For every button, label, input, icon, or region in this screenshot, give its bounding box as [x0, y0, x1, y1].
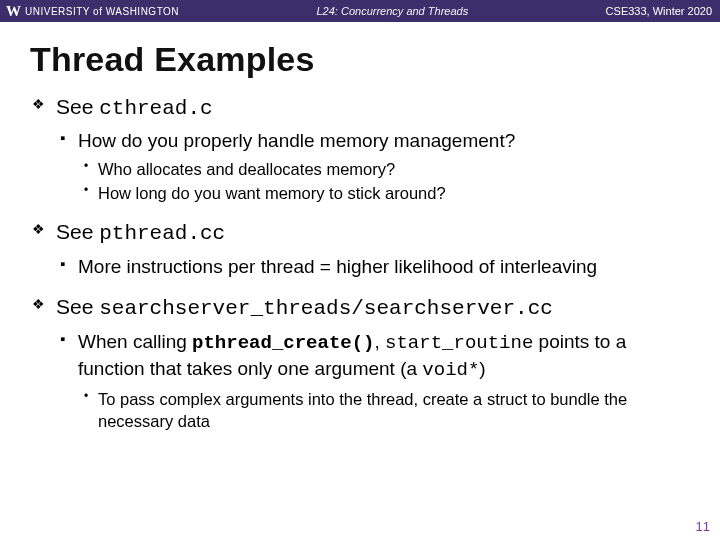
item-post: ): [479, 358, 485, 379]
lecture-title: L24: Concurrency and Threads: [179, 5, 606, 17]
topbar: W UNIVERSITY of WASHINGTON L24: Concurre…: [0, 0, 720, 22]
item-text: How long do you want memory to stick aro…: [98, 184, 446, 202]
page-title: Thread Examples: [30, 40, 690, 79]
list-item: More instructions per thread = higher li…: [56, 254, 690, 280]
slide: W UNIVERSITY of WASHINGTON L24: Concurre…: [0, 0, 720, 540]
list-item: To pass complex arguments into the threa…: [78, 388, 690, 433]
list-item: Who allocates and deallocates memory?: [78, 158, 690, 180]
item-lead: See: [56, 220, 99, 243]
item-pre: When calling: [78, 331, 192, 352]
item-code: searchserver_threads/searchserver.cc: [99, 297, 553, 320]
item-mid: ,: [375, 331, 386, 352]
list-item: When calling pthread_create(), start_rou…: [56, 329, 690, 433]
university-name: UNIVERSITY of WASHINGTON: [25, 6, 179, 17]
list-item: See searchserver_threads/searchserver.cc…: [30, 293, 690, 432]
item-text: More instructions per thread = higher li…: [78, 256, 597, 277]
list-item: See pthread.cc More instructions per thr…: [30, 218, 690, 279]
slide-content: Thread Examples See cthread.c How do you…: [0, 22, 720, 433]
item-lead: See: [56, 95, 99, 118]
uw-logo-w: W: [6, 4, 21, 19]
item-text: Who allocates and deallocates memory?: [98, 160, 395, 178]
item-code: pthread_create(): [192, 332, 374, 354]
list-item: See cthread.c How do you properly handle…: [30, 93, 690, 204]
item-code: pthread.cc: [99, 222, 225, 245]
list-item: How do you properly handle memory manage…: [56, 128, 690, 204]
course-code: CSE333, Winter 2020: [606, 5, 720, 17]
item-code: void*: [422, 359, 479, 381]
item-text: To pass complex arguments into the threa…: [98, 390, 627, 430]
item-text: How do you properly handle memory manage…: [78, 130, 515, 151]
item-lead: See: [56, 295, 99, 318]
slide-number: 11: [696, 519, 710, 534]
list-item: How long do you want memory to stick aro…: [78, 182, 690, 204]
bullet-list: See cthread.c How do you properly handle…: [30, 93, 690, 433]
item-code: cthread.c: [99, 97, 212, 120]
item-code: start_routine: [385, 332, 533, 354]
uw-logo: W UNIVERSITY of WASHINGTON: [0, 4, 179, 19]
